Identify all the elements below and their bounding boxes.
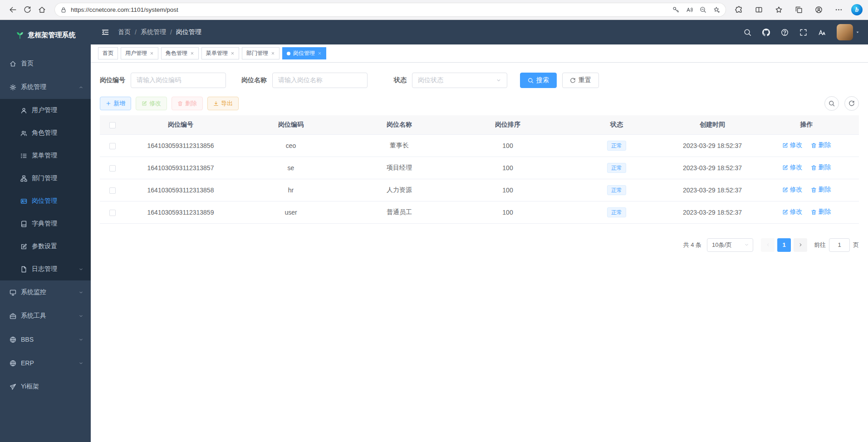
sidebar-item-home[interactable]: 首页 (0, 52, 91, 75)
add-favorite-icon[interactable] (713, 6, 720, 13)
tab-close-icon[interactable] (271, 51, 275, 55)
post-code-input[interactable]: 请输入岗位编码 (131, 73, 226, 88)
row-edit-link[interactable]: 修改 (782, 141, 803, 149)
prev-page-button[interactable] (761, 238, 775, 252)
row-checkbox[interactable] (109, 165, 116, 172)
sidebar-item-system-tools[interactable]: 系统工具 (0, 304, 91, 328)
header-search-icon[interactable] (744, 29, 751, 36)
sidebar-item-system-monitor[interactable]: 系统监控 (0, 280, 91, 304)
row-delete-link[interactable]: 删除 (811, 141, 831, 149)
breadcrumb-item[interactable]: 首页 (118, 28, 131, 36)
sidebar-item-log-mgmt[interactable]: 日志管理 (0, 258, 91, 280)
chevron-down-icon (744, 242, 749, 247)
collections-icon[interactable] (791, 3, 806, 17)
sidebar-item-label: 角色管理 (32, 129, 57, 137)
sidebar-item-dict-mgmt[interactable]: 字典管理 (0, 212, 91, 235)
next-page-button[interactable] (794, 238, 807, 252)
edit-icon (142, 101, 147, 106)
row-checkbox[interactable] (109, 187, 116, 194)
sidebar-item-yi-framework[interactable]: Yi框架 (0, 375, 91, 398)
row-checkbox[interactable] (109, 143, 116, 149)
read-aloud-icon[interactable] (686, 6, 693, 13)
browser-refresh-button[interactable] (20, 3, 34, 17)
org-tree-icon (20, 175, 27, 182)
column-header-post-sort: 岗位排序 (453, 115, 563, 134)
goto-page-input[interactable]: 1 (829, 238, 850, 252)
toolbox-icon (9, 312, 16, 319)
split-screen-icon[interactable] (751, 3, 766, 17)
browser-back-button[interactable] (5, 3, 20, 17)
page-size-select[interactable]: 10条/页 (707, 238, 753, 252)
chevron-down-icon (78, 290, 83, 295)
delete-button[interactable]: 删除 (172, 97, 203, 110)
tab-home[interactable]: 首页 (98, 47, 118, 59)
sidebar-item-system-mgmt[interactable]: 系统管理 (0, 75, 91, 99)
tab-post-mgmt[interactable]: 岗位管理 (282, 47, 326, 59)
sidebar-collapse-icon[interactable] (99, 26, 112, 39)
breadcrumb-item[interactable]: 系统管理 (141, 28, 166, 36)
row-delete-link[interactable]: 删除 (811, 186, 831, 194)
sidebar-item-dept-mgmt[interactable]: 部门管理 (0, 167, 91, 190)
fullscreen-icon[interactable] (799, 29, 807, 36)
column-header-created-time: 创建时间 (671, 115, 754, 134)
github-icon[interactable] (762, 29, 770, 36)
browser-menu-icon[interactable] (831, 3, 846, 17)
tab-user-mgmt[interactable]: 用户管理 (121, 47, 158, 59)
status-badge: 正常 (607, 207, 626, 217)
help-icon[interactable] (781, 29, 789, 36)
sidebar-item-role-mgmt[interactable]: 角色管理 (0, 122, 91, 144)
sidebar-item-label: 参数设置 (32, 242, 57, 250)
reset-button[interactable]: 重置 (562, 73, 599, 88)
extensions-icon[interactable] (731, 3, 746, 17)
page-1-button[interactable]: 1 (777, 238, 791, 252)
home-icon (9, 60, 16, 67)
font-size-icon[interactable] (818, 29, 826, 36)
status-select[interactable]: 岗位状态 (412, 73, 507, 88)
tab-role-mgmt[interactable]: 角色管理 (161, 47, 199, 59)
refresh-table-button[interactable] (844, 96, 859, 111)
tab-close-icon[interactable] (190, 51, 194, 55)
toggle-search-button[interactable] (824, 96, 839, 111)
row-delete-link[interactable]: 删除 (811, 208, 831, 216)
search-button[interactable]: 搜索 (520, 73, 557, 88)
password-manager-icon[interactable] (672, 6, 679, 13)
tab-dept-mgmt[interactable]: 部门管理 (242, 47, 280, 59)
post-name-input[interactable]: 请输入岗位名称 (272, 73, 368, 88)
row-checkbox[interactable] (109, 210, 116, 216)
avatar-caret-icon[interactable] (855, 30, 860, 34)
row-delete-link[interactable]: 删除 (811, 163, 831, 172)
edit-icon (782, 187, 788, 193)
favorites-icon[interactable] (771, 3, 786, 17)
sidebar-item-param-settings[interactable]: 参数设置 (0, 235, 91, 258)
select-all-checkbox[interactable] (109, 122, 116, 128)
browser-profile-icon[interactable] (811, 3, 826, 17)
add-button[interactable]: 新增 (100, 97, 131, 110)
browser-home-button[interactable] (34, 3, 49, 17)
sidebar-item-user-mgmt[interactable]: 用户管理 (0, 99, 91, 122)
zoom-icon[interactable] (700, 6, 706, 13)
site-info-icon[interactable] (60, 7, 67, 13)
column-header-actions: 操作 (754, 115, 859, 134)
sidebar-item-erp[interactable]: ERP (0, 351, 91, 375)
sidebar-item-post-mgmt[interactable]: 岗位管理 (0, 190, 91, 212)
menu-list-icon (20, 152, 27, 159)
row-edit-link[interactable]: 修改 (782, 163, 803, 172)
sidebar: 意框架管理系统 首页系统管理用户管理角色管理菜单管理部门管理岗位管理字典管理参数… (0, 20, 91, 442)
sidebar-item-menu-mgmt[interactable]: 菜单管理 (0, 144, 91, 167)
user-avatar[interactable] (837, 24, 853, 40)
tab-close-icon[interactable] (150, 51, 154, 55)
sidebar-item-label: Yi框架 (21, 383, 39, 391)
address-bar[interactable]: https://ccnetcore.com:1101/system/post (54, 3, 726, 17)
cell-post-code: ceo (236, 134, 346, 157)
tab-menu-mgmt[interactable]: 菜单管理 (201, 47, 239, 59)
export-button[interactable]: 导出 (207, 97, 239, 110)
sidebar-item-bbs[interactable]: BBS (0, 328, 91, 351)
search-icon (528, 78, 534, 83)
tab-close-icon[interactable] (318, 51, 322, 55)
sidebar-item-label: 系统工具 (21, 312, 46, 320)
row-edit-link[interactable]: 修改 (782, 208, 803, 216)
tab-close-icon[interactable] (230, 51, 235, 55)
edit-button[interactable]: 修改 (136, 97, 167, 110)
row-edit-link[interactable]: 修改 (782, 186, 803, 194)
bing-icon[interactable]: b (851, 4, 863, 15)
